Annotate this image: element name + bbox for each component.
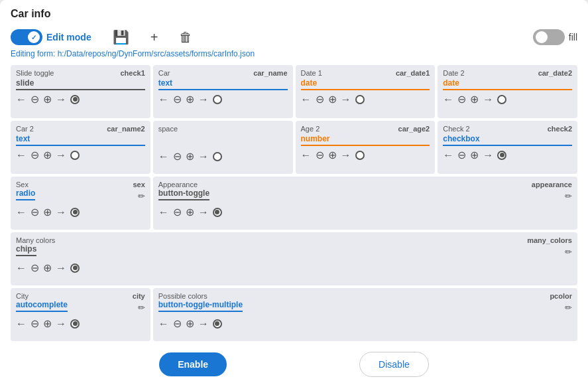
ctrl-plus[interactable]: ⊕ — [328, 149, 337, 161]
ctrl-left[interactable]: ← — [158, 94, 169, 106]
save-icon[interactable]: 💾 — [113, 29, 129, 45]
ctrl-minus[interactable]: ⊖ — [30, 317, 39, 330]
card-key: sex — [133, 181, 145, 189]
ctrl-plus[interactable]: ⊕ — [470, 93, 479, 106]
card-title: Car — [158, 69, 170, 77]
ctrl-minus[interactable]: ⊖ — [173, 317, 182, 330]
card-date2: Date 2 car_date2 date ← ⊖ ⊕ → — [438, 65, 577, 118]
edit-icon[interactable]: ✏ — [138, 303, 145, 313]
ctrl-left[interactable]: ← — [158, 318, 169, 330]
ctrl-plus[interactable]: ⊕ — [186, 317, 194, 330]
ctrl-right[interactable]: → — [341, 149, 351, 161]
ctrl-minus[interactable]: ⊖ — [173, 150, 182, 163]
ctrl-right[interactable]: → — [56, 206, 66, 218]
ctrl-left[interactable]: ← — [301, 94, 312, 106]
card-title: Age 2 — [301, 125, 320, 133]
ctrl-right[interactable]: → — [198, 318, 209, 330]
ctrl-minus[interactable]: ⊖ — [30, 149, 39, 161]
edit-mode-label: Edit mode — [46, 32, 91, 42]
ctrl-right[interactable]: → — [341, 94, 351, 106]
ctrl-radio[interactable] — [497, 95, 506, 104]
ctrl-radio[interactable] — [497, 151, 506, 160]
ctrl-radio[interactable] — [355, 95, 365, 104]
card-title: Car 2 — [16, 125, 34, 133]
ctrl-right[interactable]: → — [198, 206, 209, 218]
ctrl-left[interactable]: ← — [301, 149, 312, 161]
card-header: Appearance appearance — [158, 181, 572, 189]
card-header: Check 2 check2 — [443, 125, 572, 133]
card-date1: Date 1 car_date1 date ← ⊖ ⊕ → — [296, 65, 436, 118]
ctrl-radio[interactable] — [213, 95, 222, 104]
disable-button[interactable]: Disable — [359, 352, 429, 377]
ctrl-right[interactable]: → — [483, 94, 493, 106]
edit-mode-toggle[interactable]: ✓ Edit mode — [11, 29, 91, 45]
ctrl-right[interactable]: → — [56, 149, 66, 161]
ctrl-plus[interactable]: ⊕ — [43, 149, 52, 161]
fill-knob — [536, 31, 548, 43]
card-key: many_colors — [527, 236, 572, 244]
edit-icon[interactable]: ✏ — [565, 247, 572, 257]
edit-icon[interactable]: ✏ — [565, 191, 572, 201]
ctrl-radio[interactable] — [213, 319, 222, 329]
ctrl-plus[interactable]: ⊕ — [470, 149, 479, 161]
ctrl-left[interactable]: ← — [158, 151, 169, 163]
ctrl-left[interactable]: ← — [16, 94, 27, 106]
edit-icon[interactable]: ✏ — [565, 303, 572, 313]
ctrl-minus[interactable]: ⊖ — [316, 149, 324, 161]
ctrl-radio[interactable] — [70, 319, 80, 329]
ctrl-left[interactable]: ← — [443, 94, 453, 106]
ctrl-radio[interactable] — [213, 208, 222, 217]
ctrl-left[interactable]: ← — [443, 149, 453, 161]
ctrl-radio[interactable] — [70, 95, 80, 104]
ctrl-minus[interactable]: ⊖ — [173, 93, 182, 106]
card-header: space — [158, 125, 288, 133]
ctrl-radio[interactable] — [70, 208, 80, 217]
ctrl-left[interactable]: ← — [158, 206, 169, 218]
add-icon[interactable]: + — [150, 30, 158, 45]
toolbar: ✓ Edit mode 💾 + 🗑 fill — [11, 25, 577, 49]
ctrl-right[interactable]: → — [198, 151, 209, 163]
card-title: Possible colors — [158, 292, 207, 300]
fill-label: fill — [569, 32, 577, 42]
ctrl-left[interactable]: ← — [16, 318, 27, 330]
ctrl-plus[interactable]: ⊕ — [186, 150, 194, 163]
ctrl-plus[interactable]: ⊕ — [43, 93, 52, 106]
fill-toggle[interactable]: fill — [533, 29, 577, 45]
bottom-bar: Enable Disable — [11, 352, 577, 377]
ctrl-plus[interactable]: ⊕ — [43, 206, 52, 218]
ctrl-right[interactable]: → — [56, 262, 66, 274]
ctrl-minus[interactable]: ⊖ — [457, 149, 466, 161]
ctrl-right[interactable]: → — [483, 149, 493, 161]
edit-icon[interactable]: ✏ — [138, 191, 145, 201]
ctrl-plus[interactable]: ⊕ — [186, 206, 194, 218]
card-type: date — [443, 78, 572, 90]
card-title: Slide toggle — [16, 69, 54, 77]
ctrl-minus[interactable]: ⊖ — [30, 262, 39, 274]
ctrl-radio[interactable] — [70, 264, 80, 273]
ctrl-minus[interactable]: ⊖ — [173, 206, 182, 218]
ctrl-minus[interactable]: ⊖ — [30, 93, 39, 106]
ctrl-radio[interactable] — [213, 152, 222, 161]
ctrl-left[interactable]: ← — [16, 149, 27, 161]
ctrl-left[interactable]: ← — [16, 206, 27, 218]
ctrl-plus[interactable]: ⊕ — [328, 93, 337, 106]
ctrl-minus[interactable]: ⊖ — [457, 93, 466, 106]
edit-toggle-switch[interactable]: ✓ — [11, 29, 42, 45]
ctrl-right[interactable]: → — [198, 94, 209, 106]
ctrl-plus[interactable]: ⊕ — [43, 262, 52, 274]
delete-icon[interactable]: 🗑 — [179, 30, 192, 45]
ctrl-radio[interactable] — [355, 151, 365, 160]
ctrl-plus[interactable]: ⊕ — [186, 93, 194, 106]
ctrl-minus[interactable]: ⊖ — [316, 93, 324, 106]
ctrl-radio[interactable] — [70, 151, 80, 160]
ctrl-plus[interactable]: ⊕ — [43, 317, 52, 330]
ctrl-right[interactable]: → — [56, 94, 66, 106]
card-controls: ← ⊖ ⊕ → — [16, 206, 145, 218]
card-type: autocomplete — [16, 300, 68, 312]
card-key: appearance — [532, 181, 572, 189]
ctrl-left[interactable]: ← — [16, 262, 27, 274]
fill-switch[interactable] — [533, 29, 565, 45]
ctrl-minus[interactable]: ⊖ — [30, 206, 39, 218]
enable-button[interactable]: Enable — [159, 352, 227, 376]
ctrl-right[interactable]: → — [56, 318, 66, 330]
